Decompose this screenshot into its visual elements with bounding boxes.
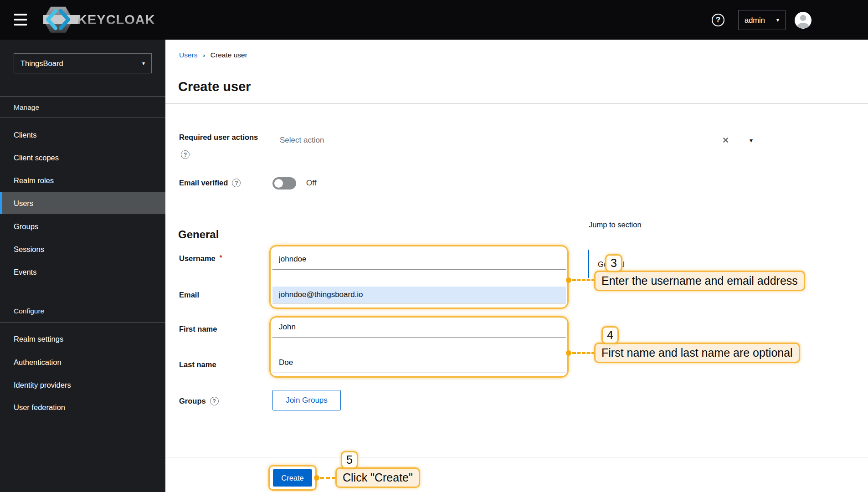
join-groups-button[interactable]: Join Groups	[272, 390, 341, 410]
sidebar-item-sessions[interactable]: Sessions	[0, 238, 165, 260]
email-verified-state: Off	[306, 179, 316, 188]
annotation-callout-step5: Click "Create"	[335, 467, 420, 488]
chevron-down-icon[interactable]: ▾	[750, 137, 753, 144]
breadcrumb: Users › Create user	[179, 51, 247, 59]
sidebar-item-events[interactable]: Events	[0, 261, 165, 283]
sidebar-item-clients[interactable]: Clients	[0, 124, 165, 146]
breadcrumb-separator-icon: ›	[203, 52, 205, 59]
first-name-label: First name	[179, 325, 217, 333]
username-input[interactable]	[272, 249, 566, 270]
realm-selector-value: ThingsBoard	[21, 59, 63, 68]
required-user-actions-input[interactable]	[272, 136, 762, 145]
sidebar-divider	[0, 96, 165, 97]
keycloak-logo[interactable]: KEYCLOAK	[43, 6, 155, 33]
sidebar-item-realm-settings[interactable]: Realm settings	[0, 328, 165, 350]
annotation-callout-step3: Enter the username and email address	[594, 271, 805, 291]
content-divider	[165, 103, 868, 104]
sidebar: ThingsBoard ▾ Manage Clients Client scop…	[0, 40, 165, 492]
breadcrumb-users-link[interactable]: Users	[179, 51, 197, 59]
required-user-actions-select[interactable]: ✕ ▾	[272, 130, 762, 151]
create-button[interactable]: Create	[273, 469, 312, 487]
hamburger-menu-icon[interactable]	[14, 14, 27, 26]
help-icon[interactable]: ?	[712, 14, 724, 26]
annotation-step-badge-3: 3	[605, 254, 622, 272]
groups-label: Groups ?	[179, 397, 219, 405]
email-verified-help-icon[interactable]: ?	[232, 179, 241, 187]
sidebar-item-authentication[interactable]: Authentication	[0, 351, 165, 373]
annotation-connector-line	[572, 279, 595, 281]
email-label: Email	[179, 291, 199, 299]
user-menu-label: admin	[745, 16, 765, 25]
required-user-actions-help-icon[interactable]: ?	[181, 150, 190, 159]
annotation-connector-line	[572, 352, 595, 354]
annotation-step-badge-4: 4	[601, 326, 619, 344]
sidebar-divider	[0, 322, 165, 323]
masthead: KEYCLOAK ? admin ▾	[0, 0, 868, 40]
user-menu-dropdown[interactable]: admin ▾	[738, 10, 786, 30]
annotation-connector-dot	[314, 475, 319, 481]
product-name: KEYCLOAK	[77, 12, 155, 27]
annotation-callout-step4: First name and last name are optional	[594, 343, 800, 363]
general-section-title: General	[178, 228, 219, 241]
required-user-actions-label: Required user actions	[179, 133, 258, 142]
toggle-knob	[274, 179, 283, 188]
first-name-input[interactable]	[272, 317, 566, 338]
last-name-input[interactable]	[272, 352, 566, 373]
footer-divider	[165, 457, 868, 457]
sidebar-item-user-federation[interactable]: User federation	[0, 396, 165, 418]
realm-selector[interactable]: ThingsBoard ▾	[14, 53, 152, 73]
nav-section-manage: Manage	[14, 103, 39, 112]
sidebar-divider	[0, 118, 165, 118]
email-verified-toggle[interactable]	[272, 177, 296, 190]
annotation-connector-line	[320, 477, 336, 479]
sidebar-item-users[interactable]: Users	[0, 192, 165, 214]
annotation-connector-dot	[566, 277, 571, 283]
nav-section-configure: Configure	[14, 307, 44, 315]
groups-help-icon[interactable]: ?	[210, 397, 219, 405]
annotation-connector-dot	[566, 350, 571, 356]
jump-nav-active-indicator	[588, 250, 589, 278]
breadcrumb-current: Create user	[211, 51, 247, 59]
page-title: Create user	[178, 79, 251, 94]
sidebar-item-realm-roles[interactable]: Realm roles	[0, 169, 165, 191]
avatar[interactable]	[795, 12, 812, 29]
person-icon	[795, 12, 812, 29]
keycloak-logo-icon	[43, 6, 82, 33]
annotation-step-badge-5: 5	[341, 451, 358, 469]
keycloak-admin-console: KEYCLOAK ? admin ▾ ThingsBoard ▾ Manage …	[0, 0, 868, 492]
last-name-label: Last name	[179, 360, 216, 369]
sidebar-item-client-scopes[interactable]: Client scopes	[0, 147, 165, 169]
clear-icon[interactable]: ✕	[722, 135, 729, 145]
chevron-down-icon: ▾	[142, 60, 145, 67]
required-marker: *	[220, 253, 222, 261]
sidebar-item-groups[interactable]: Groups	[0, 215, 165, 237]
chevron-down-icon: ▾	[776, 17, 779, 23]
sidebar-item-identity-providers[interactable]: Identity providers	[0, 374, 165, 396]
email-input[interactable]	[272, 287, 566, 303]
email-verified-label: Email verified ?	[179, 179, 241, 187]
jump-to-section-title: Jump to section	[589, 220, 642, 229]
username-label: Username *	[179, 254, 222, 263]
